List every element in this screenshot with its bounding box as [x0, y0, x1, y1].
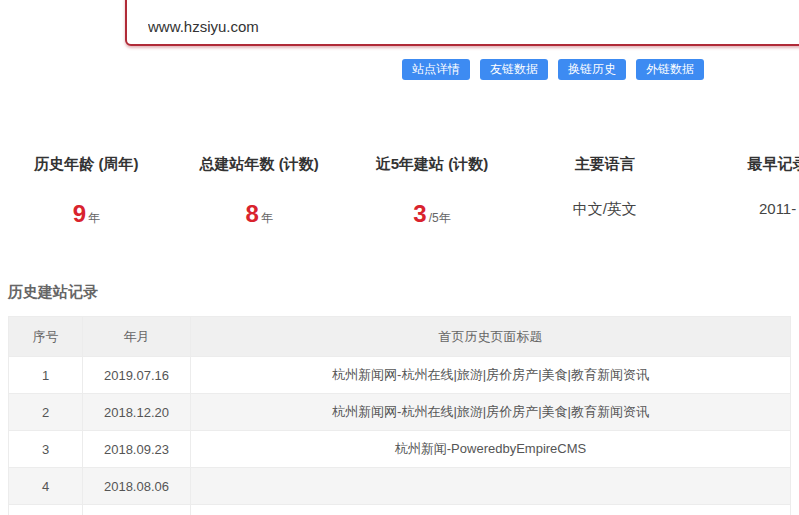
friend-links-button[interactable]: 友链数据: [480, 59, 548, 80]
table-row: [9, 505, 791, 515]
stats-strip: 历史年龄 (周年) 9 年 总建站年数 (计数) 8 年 近5年建站 (计数) …: [0, 155, 799, 230]
row-date-cell: 2018.09.23: [83, 431, 191, 468]
action-button-row: 站点详情 友链数据 换链历史 外链数据: [402, 59, 704, 80]
site-detail-button[interactable]: 站点详情: [402, 59, 470, 80]
backlink-data-button[interactable]: 外链数据: [636, 59, 704, 80]
row-title-cell: [191, 505, 791, 515]
table-row: 4 2018.08.06: [9, 468, 791, 505]
row-title-cell: 杭州新闻-PoweredbyEmpireCMS: [191, 431, 791, 468]
history-section-title: 历史建站记录: [8, 283, 98, 302]
stat-value: 3: [413, 200, 426, 228]
row-date-cell: 2019.07.16: [83, 357, 191, 394]
table-row: 1 2019.07.16 杭州新闻网-杭州在线|旅游|房价房产|美食|教育新闻资…: [9, 357, 791, 394]
stat-label: 总建站年数 (计数): [173, 155, 346, 173]
stat-label: 近5年建站 (计数): [346, 155, 519, 173]
header-date: 年月: [83, 317, 191, 357]
stat-history-age: 历史年龄 (周年) 9 年: [0, 155, 173, 230]
row-title-cell: [191, 468, 791, 505]
row-index-cell: 1: [9, 357, 83, 394]
stat-total-build-years: 总建站年数 (计数) 8 年: [173, 155, 346, 230]
header-title: 首页历史页面标题: [191, 317, 791, 357]
stat-value: 2011-: [759, 200, 796, 217]
header-index: 序号: [9, 317, 83, 357]
row-date-cell: 2018.12.20: [83, 394, 191, 431]
stat-main-language: 主要语言 中文/英文: [518, 155, 691, 230]
row-title-cell: 杭州新闻网-杭州在线|旅游|房价房产|美食|教育新闻资讯: [191, 357, 791, 394]
row-index-cell: 3: [9, 431, 83, 468]
domain-search-input[interactable]: [125, 0, 799, 46]
stat-earliest-record: 最早记录 2011-: [691, 155, 799, 230]
stat-value: 9: [73, 200, 86, 228]
table-header-row: 序号 年月 首页历史页面标题: [9, 317, 791, 357]
stat-unit: 年: [261, 210, 273, 227]
stat-unit: 年: [88, 210, 100, 227]
stat-recent-5y-build: 近5年建站 (计数) 3 /5年: [346, 155, 519, 230]
row-index-cell: 4: [9, 468, 83, 505]
stat-value: 中文/英文: [573, 200, 637, 219]
row-index-cell: 2: [9, 394, 83, 431]
stat-unit: /5年: [429, 210, 451, 227]
stat-label: 历史年龄 (周年): [0, 155, 173, 173]
table-row: 3 2018.09.23 杭州新闻-PoweredbyEmpireCMS: [9, 431, 791, 468]
row-title-cell: 杭州新闻网-杭州在线|旅游|房价房产|美食|教育新闻资讯: [191, 394, 791, 431]
row-date-cell: [83, 505, 191, 515]
row-index-cell: [9, 505, 83, 515]
table-row: 2 2018.12.20 杭州新闻网-杭州在线|旅游|房价房产|美食|教育新闻资…: [9, 394, 791, 431]
stat-value: 8: [246, 200, 259, 228]
history-table: 序号 年月 首页历史页面标题 1 2019.07.16 杭州新闻网-杭州在线|旅…: [8, 316, 791, 515]
stat-label: 主要语言: [518, 155, 691, 173]
row-date-cell: 2018.08.06: [83, 468, 191, 505]
stat-label: 最早记录: [691, 155, 799, 173]
link-exchange-history-button[interactable]: 换链历史: [558, 59, 626, 80]
